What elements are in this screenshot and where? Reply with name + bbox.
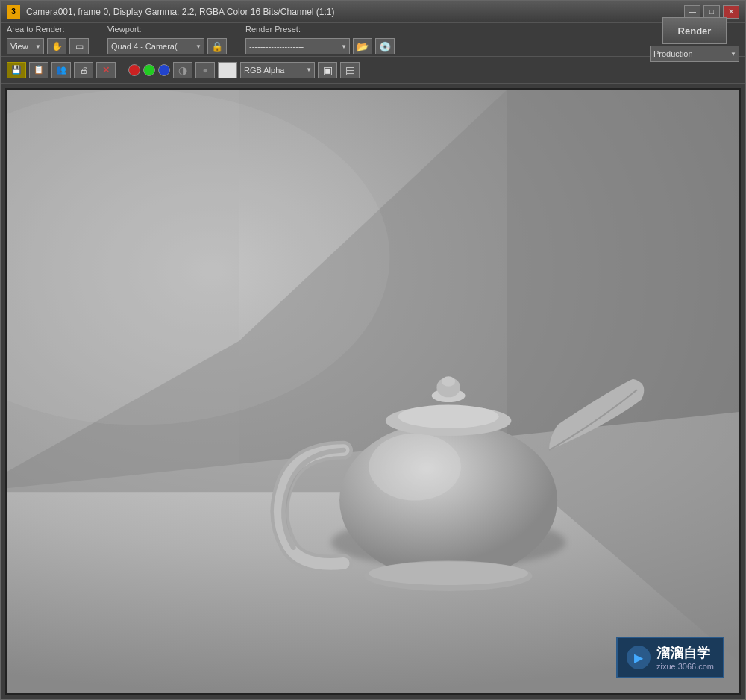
copy-button[interactable]: 📋 bbox=[29, 62, 48, 78]
render-scene bbox=[7, 90, 739, 693]
render-viewport: ▶ 溜溜自学 zixue.3066.com bbox=[5, 88, 741, 695]
toolbar-row-2: 💾 📋 👥 🖨 ✕ ◑ ● bbox=[1, 56, 745, 83]
lock-button[interactable]: 🔒 bbox=[207, 38, 227, 54]
circle-icon: ● bbox=[202, 65, 207, 75]
render-preset-label: Render Preset: bbox=[245, 25, 393, 34]
viewport-select[interactable]: Quad 4 - Camera( bbox=[107, 38, 204, 54]
frame-icon: ▭ bbox=[75, 41, 84, 51]
lock-icon: 🔒 bbox=[211, 41, 223, 52]
area-to-render-group: Area to Render: View ✋ ▭ bbox=[7, 23, 89, 56]
svg-point-12 bbox=[442, 376, 455, 386]
preset-save-button[interactable]: 💿 bbox=[375, 38, 395, 54]
separator-1 bbox=[98, 29, 98, 50]
channel-select[interactable]: RGB Alpha bbox=[240, 62, 315, 78]
display-mode-1-icon: ▣ bbox=[323, 64, 333, 76]
watermark: ▶ 溜溜自学 zixue.3066.com bbox=[616, 637, 724, 678]
app-icon: 3 bbox=[7, 5, 20, 19]
main-window: 3 Camera001, frame 0, Display Gamma: 2.2… bbox=[0, 0, 746, 700]
save-preset-icon: 💿 bbox=[379, 41, 391, 52]
print-icon: 🖨 bbox=[80, 66, 88, 75]
render-preset-wrapper: -------------------- bbox=[245, 38, 350, 54]
render-preset-select[interactable]: -------------------- bbox=[245, 38, 350, 54]
right-section: Render Production bbox=[650, 17, 739, 62]
channel-select-wrapper: RGB Alpha bbox=[240, 62, 315, 78]
copy-icon: 📋 bbox=[34, 65, 44, 75]
watermark-en-text: zixue.3066.com bbox=[656, 662, 714, 671]
watermark-cn-text: 溜溜自学 bbox=[656, 644, 714, 662]
hand-tool-button[interactable]: ✋ bbox=[47, 38, 66, 54]
preset-load-button[interactable]: 📂 bbox=[353, 38, 372, 54]
alpha-button[interactable]: ● bbox=[195, 62, 215, 78]
clear-icon: ✕ bbox=[102, 65, 110, 75]
area-to-render-select[interactable]: View bbox=[7, 38, 44, 54]
clear-button[interactable]: ✕ bbox=[96, 62, 116, 78]
red-channel-dot[interactable] bbox=[128, 64, 140, 76]
svg-point-9 bbox=[398, 404, 499, 428]
clone-icon: 👥 bbox=[56, 65, 66, 75]
maximize-button[interactable]: □ bbox=[703, 5, 720, 19]
toolbar-container: Area to Render: View ✋ ▭ bbox=[1, 23, 745, 84]
render-button[interactable]: Render bbox=[662, 17, 727, 44]
frame-tool-button[interactable]: ▭ bbox=[69, 38, 89, 54]
display-mode-2-icon: ▤ bbox=[345, 64, 355, 76]
save-icon: 💾 bbox=[11, 65, 22, 75]
render-preset-group: Render Preset: -------------------- 📂 💿 bbox=[245, 23, 395, 56]
render-canvas: ▶ 溜溜自学 zixue.3066.com bbox=[7, 90, 739, 693]
close-button[interactable]: ✕ bbox=[723, 5, 739, 19]
title-bar: 3 Camera001, frame 0, Display Gamma: 2.2… bbox=[1, 1, 745, 23]
separator-2 bbox=[236, 29, 236, 50]
display-mode-1-button[interactable]: ▣ bbox=[318, 62, 337, 78]
clone-button[interactable]: 👥 bbox=[51, 62, 71, 78]
toolbar-row-1: Area to Render: View ✋ ▭ bbox=[1, 23, 745, 56]
viewport-group: Viewport: Quad 4 - Camera( 🔒 bbox=[107, 23, 227, 56]
minimize-button[interactable]: — bbox=[684, 5, 700, 19]
hand-icon: ✋ bbox=[51, 41, 63, 51]
window-controls: — □ ✕ bbox=[684, 5, 739, 19]
separator-3 bbox=[122, 60, 122, 81]
display-mode-2-button[interactable]: ▤ bbox=[340, 62, 360, 78]
half-circle-icon: ◑ bbox=[178, 64, 187, 76]
blue-channel-dot[interactable] bbox=[158, 64, 170, 76]
render-button-area: Render Production bbox=[650, 17, 739, 62]
print-button[interactable]: 🖨 bbox=[74, 62, 93, 78]
production-wrapper: Production bbox=[650, 46, 739, 62]
color-swatch[interactable] bbox=[218, 62, 237, 78]
area-to-render-label: Area to Render: bbox=[7, 25, 87, 34]
svg-point-7 bbox=[369, 434, 461, 501]
folder-icon: 📂 bbox=[357, 41, 369, 52]
mono-button[interactable]: ◑ bbox=[173, 62, 192, 78]
watermark-icon: ▶ bbox=[627, 646, 651, 669]
save-button[interactable]: 💾 bbox=[7, 62, 26, 78]
watermark-text: 溜溜自学 zixue.3066.com bbox=[656, 644, 714, 671]
window-title: Camera001, frame 0, Display Gamma: 2.2, … bbox=[26, 7, 684, 17]
green-channel-dot[interactable] bbox=[143, 64, 155, 76]
area-select-wrapper: View bbox=[7, 38, 44, 54]
viewport-label: Viewport: bbox=[107, 25, 225, 34]
viewport-select-wrapper: Quad 4 - Camera( bbox=[107, 38, 204, 54]
svg-point-14 bbox=[369, 562, 527, 585]
production-select[interactable]: Production bbox=[650, 46, 739, 62]
